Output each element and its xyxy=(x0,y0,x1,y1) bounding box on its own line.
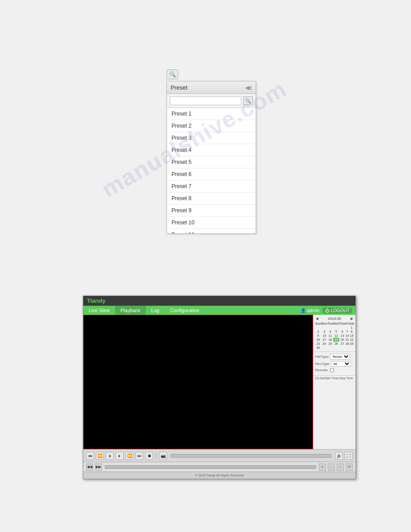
cal-day-19[interactable]: 19 xyxy=(333,338,340,342)
preset-list-item-10[interactable]: Preset 10 xyxy=(167,217,256,229)
calendar-header: ◀ 2019-06 ▶ xyxy=(315,317,354,321)
filetype-row: FileType Record xyxy=(315,354,354,360)
preset-list-item-2[interactable]: Preset 2 xyxy=(167,120,256,132)
preset-panel-title: Preset xyxy=(171,84,188,91)
calendar-grid: SunMonTueWedThuFriSat1234567891011121314… xyxy=(315,322,354,350)
cal-day-empty xyxy=(315,326,321,330)
cal-day-empty xyxy=(333,346,340,350)
bottom-icons-right: + - ↓ ✂ xyxy=(319,463,353,471)
col-starttime: Start Time xyxy=(324,377,339,380)
cal-day-4[interactable]: 4 xyxy=(328,330,333,334)
video-area xyxy=(83,315,313,449)
cal-day-28[interactable]: 28 xyxy=(345,342,349,346)
cal-day-18[interactable]: 18 xyxy=(328,338,333,342)
preset-list-item-4[interactable]: Preset 4 xyxy=(167,144,256,156)
bottom-icon-next[interactable]: ▶▶ xyxy=(95,463,102,471)
cal-day-24[interactable]: 24 xyxy=(321,342,327,346)
preset-list-item-1[interactable]: Preset 1 xyxy=(167,108,256,120)
preset-list-item-9[interactable]: Preset 9 xyxy=(167,205,256,217)
cal-day-16[interactable]: 16 xyxy=(315,338,321,342)
nav-item-log[interactable]: Log xyxy=(146,306,165,315)
cal-day-8[interactable]: 8 xyxy=(349,330,354,334)
cal-day-13[interactable]: 13 xyxy=(339,334,345,338)
rectype-label: RecType xyxy=(315,362,330,366)
filetype-label: FileType xyxy=(315,355,329,359)
cal-day-26[interactable]: 26 xyxy=(333,342,340,346)
ctrl-skip-end[interactable]: ⏭ xyxy=(135,452,143,460)
player-wrapper: Tiandy Live View Playback Log Configurat… xyxy=(83,296,356,479)
remote-checkbox[interactable] xyxy=(330,368,334,372)
cal-day-27[interactable]: 27 xyxy=(339,342,345,346)
sidebar-calendar: ◀ 2019-06 ▶ SunMonTueWedThuFriSat1234567… xyxy=(313,315,355,352)
ctrl-progress-bar[interactable] xyxy=(171,454,331,458)
cal-day-21[interactable]: 21 xyxy=(345,338,349,342)
player-controls: ⏮ ⏪ ⏴ ⏵ ⏩ ⏭ ⏹ 📷 🔊 ⛶ xyxy=(83,449,355,462)
cal-day-22[interactable]: 22 xyxy=(349,338,354,342)
cal-day-14[interactable]: 14 xyxy=(345,334,349,338)
bottom-download[interactable]: ↓ xyxy=(337,463,344,471)
ctrl-fast-forward[interactable]: ⏩ xyxy=(125,452,133,460)
cal-day-1[interactable]: 1 xyxy=(349,326,354,330)
cal-day-5[interactable]: 5 xyxy=(333,330,340,334)
rectype-select[interactable]: All xyxy=(331,361,351,367)
preset-panel-header: Preset ≪ xyxy=(167,82,256,94)
nav-item-liveview[interactable]: Live View xyxy=(83,306,115,315)
cal-day-12[interactable]: 12 xyxy=(333,334,340,338)
top-search-icon-btn[interactable]: 🔍 xyxy=(167,69,178,79)
bottom-icon-prev[interactable]: ◀◀ xyxy=(86,463,93,471)
cal-day-11[interactable]: 11 xyxy=(328,334,333,338)
filetype-select[interactable]: Record xyxy=(330,354,350,360)
cal-day-30[interactable]: 30 xyxy=(315,346,321,350)
calendar-month: 2019-06 xyxy=(328,317,341,321)
cal-day-6[interactable]: 6 xyxy=(339,330,345,334)
ctrl-skip-start[interactable]: ⏮ xyxy=(86,452,94,460)
cal-day-empty xyxy=(339,326,345,330)
ctrl-snapshot[interactable]: 📷 xyxy=(159,452,167,460)
calendar-next-btn[interactable]: ▶ xyxy=(350,317,354,321)
calendar-prev-btn[interactable]: ◀ xyxy=(315,317,319,321)
cal-day-29[interactable]: 29 xyxy=(349,342,354,346)
cal-day-15[interactable]: 15 xyxy=(349,334,354,338)
preset-collapse-button[interactable]: ≪ xyxy=(245,85,252,91)
ctrl-volume[interactable]: 🔊 xyxy=(335,452,343,460)
preset-list-item-3[interactable]: Preset 3 xyxy=(167,132,256,144)
preset-search-button[interactable]: 🔍 xyxy=(243,96,253,105)
cal-day-empty xyxy=(333,326,340,330)
cal-day-9[interactable]: 9 xyxy=(315,334,321,338)
nav-item-configuration[interactable]: Configuration xyxy=(165,306,205,315)
cal-day-17[interactable]: 17 xyxy=(321,338,327,342)
cal-day-20[interactable]: 20 xyxy=(339,338,345,342)
preset-list-item-5[interactable]: Preset 5 xyxy=(167,156,256,168)
bottom-timeline[interactable] xyxy=(105,465,316,469)
preset-list-item-8[interactable]: Preset 8 xyxy=(167,193,256,205)
ctrl-stop[interactable]: ⏹ xyxy=(145,452,153,460)
cal-day-2[interactable]: 2 xyxy=(315,330,321,334)
col-stoptime: Stop Time xyxy=(339,377,354,380)
bottom-zoom-out[interactable]: - xyxy=(328,463,335,471)
bottom-icons-left: ◀◀ ▶▶ xyxy=(86,463,102,471)
logout-label: LOGOUT xyxy=(331,308,350,313)
cal-day-10[interactable]: 10 xyxy=(321,334,327,338)
player-logo: Tiandy xyxy=(87,297,106,304)
cal-day-23[interactable]: 23 xyxy=(315,342,321,346)
ctrl-rewind[interactable]: ⏪ xyxy=(96,452,104,460)
nav-logout-button[interactable]: ⏻ LOGOUT xyxy=(323,308,352,313)
nav-item-playback[interactable]: Playback xyxy=(115,306,146,315)
cal-day-25[interactable]: 25 xyxy=(328,342,333,346)
magnifier-icon: 🔍 xyxy=(169,71,176,77)
preset-list-item-7[interactable]: Preset 7 xyxy=(167,180,256,193)
preset-search-input[interactable] xyxy=(170,96,241,105)
player-navbar: Live View Playback Log Configuration 👤 a… xyxy=(83,306,355,315)
cal-header-Sun: Sun xyxy=(315,322,321,326)
ctrl-fullscreen[interactable]: ⛶ xyxy=(345,452,353,460)
bottom-clip[interactable]: ✂ xyxy=(346,463,353,471)
bottom-zoom-in[interactable]: + xyxy=(319,463,326,471)
preset-list-item-11[interactable]: Preset 11 xyxy=(167,229,256,233)
ctrl-play[interactable]: ⏵ xyxy=(116,452,124,460)
cal-day-7[interactable]: 7 xyxy=(345,330,349,334)
ctrl-separator-1 xyxy=(156,453,156,459)
ctrl-step-back[interactable]: ⏴ xyxy=(106,452,114,460)
cal-day-3[interactable]: 3 xyxy=(321,330,327,334)
cal-header-Tue: Tue xyxy=(328,322,333,326)
preset-list-item-6[interactable]: Preset 6 xyxy=(167,168,256,180)
